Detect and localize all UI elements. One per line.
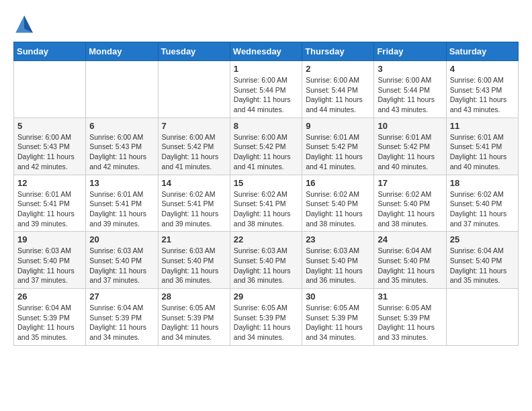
calendar-cell: 21Sunrise: 6:03 AM Sunset: 5:40 PM Dayli… [158, 232, 230, 289]
calendar-cell: 27Sunrise: 6:04 AM Sunset: 5:39 PM Dayli… [86, 289, 158, 346]
weekday-header: Thursday [302, 42, 374, 61]
day-info: Sunrise: 6:02 AM Sunset: 5:41 PM Dayligh… [234, 189, 298, 229]
calendar-cell: 13Sunrise: 6:01 AM Sunset: 5:41 PM Dayli… [86, 175, 158, 232]
day-number: 3 [378, 64, 442, 74]
day-info: Sunrise: 6:01 AM Sunset: 5:42 PM Dayligh… [306, 132, 370, 172]
weekday-header: Wednesday [230, 42, 302, 61]
calendar-cell: 2Sunrise: 6:00 AM Sunset: 5:44 PM Daylig… [302, 61, 374, 118]
day-number: 23 [306, 234, 370, 244]
calendar-cell [14, 61, 86, 118]
calendar-cell: 23Sunrise: 6:03 AM Sunset: 5:40 PM Dayli… [302, 232, 374, 289]
day-number: 12 [17, 178, 82, 188]
day-info: Sunrise: 6:00 AM Sunset: 5:42 PM Dayligh… [234, 132, 298, 172]
calendar-cell: 8Sunrise: 6:00 AM Sunset: 5:42 PM Daylig… [230, 118, 302, 175]
day-number: 4 [450, 64, 515, 74]
weekday-header: Sunday [14, 42, 86, 61]
calendar-week-row: 1Sunrise: 6:00 AM Sunset: 5:44 PM Daylig… [14, 61, 519, 118]
calendar-cell: 16Sunrise: 6:02 AM Sunset: 5:40 PM Dayli… [302, 175, 374, 232]
calendar-cell: 31Sunrise: 6:05 AM Sunset: 5:39 PM Dayli… [374, 289, 446, 346]
day-info: Sunrise: 6:00 AM Sunset: 5:44 PM Dayligh… [306, 75, 370, 115]
day-number: 13 [89, 178, 154, 188]
calendar-cell: 19Sunrise: 6:03 AM Sunset: 5:40 PM Dayli… [14, 232, 86, 289]
day-number: 1 [234, 64, 298, 74]
calendar-cell: 3Sunrise: 6:00 AM Sunset: 5:44 PM Daylig… [374, 61, 446, 118]
day-info: Sunrise: 6:05 AM Sunset: 5:39 PM Dayligh… [378, 303, 442, 342]
day-number: 8 [234, 121, 298, 131]
weekday-header: Monday [86, 42, 158, 61]
calendar-cell: 4Sunrise: 6:00 AM Sunset: 5:43 PM Daylig… [446, 61, 518, 118]
calendar-cell: 1Sunrise: 6:00 AM Sunset: 5:44 PM Daylig… [230, 61, 302, 118]
calendar-cell: 10Sunrise: 6:01 AM Sunset: 5:42 PM Dayli… [374, 118, 446, 175]
day-info: Sunrise: 6:03 AM Sunset: 5:40 PM Dayligh… [162, 246, 226, 285]
day-number: 7 [162, 121, 226, 131]
day-number: 21 [162, 234, 226, 244]
day-number: 6 [89, 121, 154, 131]
day-number: 5 [17, 121, 82, 131]
calendar-cell: 25Sunrise: 6:04 AM Sunset: 5:40 PM Dayli… [446, 232, 518, 289]
calendar-cell: 26Sunrise: 6:04 AM Sunset: 5:39 PM Dayli… [14, 289, 86, 346]
calendar-cell: 9Sunrise: 6:01 AM Sunset: 5:42 PM Daylig… [302, 118, 374, 175]
calendar-cell: 15Sunrise: 6:02 AM Sunset: 5:41 PM Dayli… [230, 175, 302, 232]
day-info: Sunrise: 6:02 AM Sunset: 5:40 PM Dayligh… [306, 189, 370, 229]
day-number: 24 [378, 234, 442, 244]
day-info: Sunrise: 6:01 AM Sunset: 5:41 PM Dayligh… [17, 189, 82, 229]
day-info: Sunrise: 6:03 AM Sunset: 5:40 PM Dayligh… [234, 246, 298, 285]
day-info: Sunrise: 6:02 AM Sunset: 5:41 PM Dayligh… [162, 189, 226, 229]
day-number: 26 [17, 291, 82, 302]
day-info: Sunrise: 6:01 AM Sunset: 5:41 PM Dayligh… [89, 189, 154, 229]
calendar-cell: 5Sunrise: 6:00 AM Sunset: 5:43 PM Daylig… [14, 118, 86, 175]
day-info: Sunrise: 6:00 AM Sunset: 5:43 PM Dayligh… [450, 75, 515, 115]
day-info: Sunrise: 6:04 AM Sunset: 5:39 PM Dayligh… [89, 303, 154, 342]
calendar-cell: 17Sunrise: 6:02 AM Sunset: 5:40 PM Dayli… [374, 175, 446, 232]
calendar-cell: 18Sunrise: 6:02 AM Sunset: 5:40 PM Dayli… [446, 175, 518, 232]
day-number: 16 [306, 178, 370, 188]
calendar-cell: 20Sunrise: 6:03 AM Sunset: 5:40 PM Dayli… [86, 232, 158, 289]
calendar-cell: 7Sunrise: 6:00 AM Sunset: 5:42 PM Daylig… [158, 118, 230, 175]
day-number: 31 [378, 291, 442, 302]
calendar-cell [446, 289, 518, 346]
day-info: Sunrise: 6:02 AM Sunset: 5:40 PM Dayligh… [378, 189, 442, 229]
calendar-cell: 6Sunrise: 6:00 AM Sunset: 5:43 PM Daylig… [86, 118, 158, 175]
day-info: Sunrise: 6:03 AM Sunset: 5:40 PM Dayligh… [17, 246, 82, 285]
weekday-header: Tuesday [158, 42, 230, 61]
day-info: Sunrise: 6:00 AM Sunset: 5:43 PM Dayligh… [89, 132, 154, 172]
day-info: Sunrise: 6:05 AM Sunset: 5:39 PM Dayligh… [234, 303, 298, 342]
calendar-table: SundayMondayTuesdayWednesdayThursdayFrid… [13, 42, 519, 346]
weekday-header-row: SundayMondayTuesdayWednesdayThursdayFrid… [14, 42, 519, 61]
logo-icon [13, 13, 35, 35]
day-info: Sunrise: 6:00 AM Sunset: 5:43 PM Dayligh… [17, 132, 82, 172]
day-info: Sunrise: 6:00 AM Sunset: 5:42 PM Dayligh… [162, 132, 226, 172]
day-number: 30 [306, 291, 370, 302]
weekday-header: Friday [374, 42, 446, 61]
day-number: 14 [162, 178, 226, 188]
calendar-cell: 30Sunrise: 6:05 AM Sunset: 5:39 PM Dayli… [302, 289, 374, 346]
day-info: Sunrise: 6:02 AM Sunset: 5:40 PM Dayligh… [450, 189, 515, 229]
day-info: Sunrise: 6:01 AM Sunset: 5:41 PM Dayligh… [450, 132, 515, 172]
calendar-week-row: 19Sunrise: 6:03 AM Sunset: 5:40 PM Dayli… [14, 232, 519, 289]
day-info: Sunrise: 6:01 AM Sunset: 5:42 PM Dayligh… [378, 132, 442, 172]
calendar-week-row: 26Sunrise: 6:04 AM Sunset: 5:39 PM Dayli… [14, 289, 519, 346]
calendar-cell: 24Sunrise: 6:04 AM Sunset: 5:40 PM Dayli… [374, 232, 446, 289]
day-info: Sunrise: 6:04 AM Sunset: 5:40 PM Dayligh… [450, 246, 515, 285]
day-info: Sunrise: 6:04 AM Sunset: 5:40 PM Dayligh… [378, 246, 442, 285]
calendar-cell [158, 61, 230, 118]
day-info: Sunrise: 6:00 AM Sunset: 5:44 PM Dayligh… [234, 75, 298, 115]
calendar-week-row: 5Sunrise: 6:00 AM Sunset: 5:43 PM Daylig… [14, 118, 519, 175]
day-number: 22 [234, 234, 298, 244]
calendar-cell: 14Sunrise: 6:02 AM Sunset: 5:41 PM Dayli… [158, 175, 230, 232]
calendar-cell: 12Sunrise: 6:01 AM Sunset: 5:41 PM Dayli… [14, 175, 86, 232]
day-number: 9 [306, 121, 370, 131]
weekday-header: Saturday [446, 42, 518, 61]
day-number: 25 [450, 234, 515, 244]
day-number: 10 [378, 121, 442, 131]
day-info: Sunrise: 6:00 AM Sunset: 5:44 PM Dayligh… [378, 75, 442, 115]
day-info: Sunrise: 6:05 AM Sunset: 5:39 PM Dayligh… [162, 303, 226, 342]
day-number: 27 [89, 291, 154, 302]
calendar-cell: 11Sunrise: 6:01 AM Sunset: 5:41 PM Dayli… [446, 118, 518, 175]
day-number: 29 [234, 291, 298, 302]
day-number: 18 [450, 178, 515, 188]
day-info: Sunrise: 6:04 AM Sunset: 5:39 PM Dayligh… [17, 303, 82, 342]
day-number: 17 [378, 178, 442, 188]
calendar-cell: 28Sunrise: 6:05 AM Sunset: 5:39 PM Dayli… [158, 289, 230, 346]
day-number: 11 [450, 121, 515, 131]
